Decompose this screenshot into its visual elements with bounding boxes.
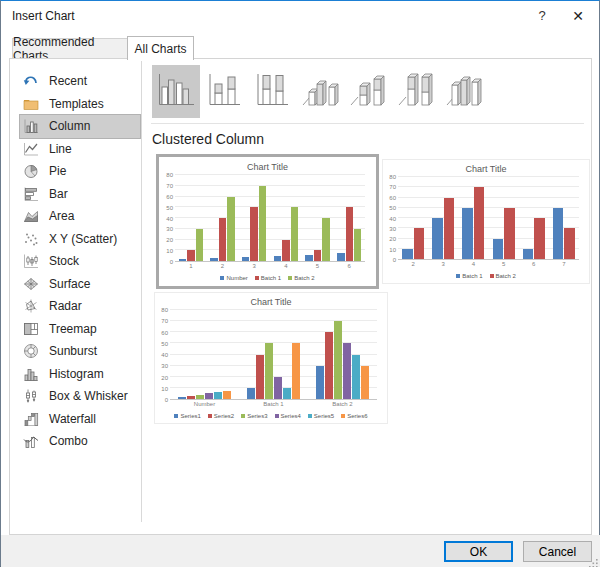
x-tick-label: 7 — [549, 261, 579, 270]
x-tick-label: 4 — [270, 263, 302, 272]
y-tick-label: 60 — [166, 194, 173, 200]
category-group — [333, 175, 365, 261]
sidebar-item-bar[interactable]: Bar — [20, 183, 140, 206]
bar — [354, 229, 361, 261]
subtype-3d-100-stacked-column[interactable] — [392, 65, 440, 118]
100-stacked-column-icon — [252, 72, 292, 111]
subtype-3d-clustered-column[interactable] — [296, 65, 344, 118]
bar — [282, 240, 289, 262]
sidebar-item-surface[interactable]: Surface — [20, 273, 140, 296]
bar — [564, 228, 575, 259]
sidebar-item-templates[interactable]: Templates — [20, 93, 140, 116]
legend-entry: Series2 — [208, 413, 234, 419]
legend-label: Batch 1 — [462, 273, 482, 279]
chart-legend: Series1Series2Series3Series4Series5Serie… — [157, 410, 385, 421]
sidebar-item-waterfall[interactable]: Waterfall — [20, 408, 140, 431]
sidebar-item-label: Pie — [49, 164, 66, 178]
legend-label: Batch 2 — [496, 273, 516, 279]
preview-clustered-column-3[interactable]: Chart Title01020304050607080NumberBatch … — [154, 292, 388, 424]
title-bar: Insert Chart ? ✕ — [1, 1, 599, 31]
sidebar-item-recent[interactable]: Recent — [20, 70, 140, 93]
category-group — [428, 177, 458, 259]
x-axis-labels: NumberBatch 1Batch 2 — [170, 401, 377, 410]
subtype-clustered-column[interactable] — [152, 65, 200, 118]
bar — [205, 393, 213, 399]
y-tick-label: 40 — [389, 216, 396, 222]
mini-chart: Chart Title01020304050607080234567Batch … — [385, 162, 587, 281]
close-button[interactable]: ✕ — [563, 4, 593, 27]
sidebar-item-label: Column — [49, 119, 90, 133]
bar — [187, 396, 195, 399]
x-tick-label: Batch 2 — [308, 401, 377, 410]
sidebar-item-sunburst[interactable]: Sunburst — [20, 340, 140, 363]
subtype-3d-stacked-column[interactable] — [344, 65, 392, 118]
y-tick-label: 10 — [389, 247, 396, 253]
subtype-100-stacked-column[interactable] — [248, 65, 296, 118]
sidebar-item-label: Line — [49, 142, 72, 156]
sidebar-item-stock[interactable]: Stock — [20, 250, 140, 273]
y-tick-label: 40 — [161, 352, 168, 358]
sidebar-item-line[interactable]: Line — [20, 138, 140, 161]
preview-clustered-column-2[interactable]: Chart Title01020304050607080234567Batch … — [382, 159, 590, 284]
category-group — [549, 177, 579, 259]
y-tick-label: 10 — [161, 386, 168, 392]
bar — [219, 218, 226, 261]
bar — [187, 250, 194, 261]
chart-title: Chart Title — [162, 160, 373, 173]
bar — [337, 253, 344, 261]
legend-entry: Batch 1 — [255, 275, 281, 281]
sidebar-item-treemap[interactable]: Treemap — [20, 318, 140, 341]
legend-swatch — [208, 414, 212, 418]
histogram-chart-icon — [23, 366, 39, 382]
x-tick-label: 6 — [519, 261, 549, 270]
help-button[interactable]: ? — [529, 4, 555, 27]
preview-clustered-column-1[interactable]: Chart Title01020304050607080123456Number… — [156, 154, 379, 289]
sidebar-item-label: Bar — [49, 187, 68, 201]
sidebar-item-combo[interactable]: Combo — [20, 430, 140, 453]
y-tick-label: 20 — [166, 237, 173, 243]
surface-chart-icon — [23, 276, 39, 292]
3d-column-icon — [444, 72, 484, 111]
legend-swatch — [241, 414, 245, 418]
x-tick-label: 2 — [207, 263, 239, 272]
chart-title: Chart Title — [385, 162, 587, 175]
y-tick-label: 20 — [161, 375, 168, 381]
bar — [247, 388, 255, 399]
sidebar-item-box-whisker[interactable]: Box & Whisker — [20, 385, 140, 408]
y-tick-label: 30 — [389, 226, 396, 232]
x-tick-label: 2 — [398, 261, 428, 270]
ok-button[interactable]: OK — [444, 541, 513, 562]
mini-chart: Chart Title01020304050607080NumberBatch … — [157, 295, 385, 421]
category-group — [308, 310, 377, 399]
sidebar-item-xy-scatter[interactable]: X Y (Scatter) — [20, 228, 140, 251]
subtype-stacked-column[interactable] — [200, 65, 248, 118]
bar — [274, 256, 281, 261]
sidebar-item-column[interactable]: Column — [20, 115, 140, 138]
sidebar-item-label: Templates — [49, 97, 104, 111]
bar — [291, 207, 298, 261]
chart-legend: Batch 1Batch 2 — [385, 270, 587, 281]
sidebar-item-radar[interactable]: Radar — [20, 295, 140, 318]
y-tick-label: 30 — [161, 363, 168, 369]
resize-grip[interactable] — [588, 555, 599, 566]
legend-swatch — [456, 274, 460, 278]
sidebar-item-pie[interactable]: Pie — [20, 160, 140, 183]
y-tick-label: 60 — [389, 195, 396, 201]
category-group — [170, 310, 239, 399]
sidebar-item-area[interactable]: Area — [20, 205, 140, 228]
legend-swatch — [174, 414, 178, 418]
sidebar-item-histogram[interactable]: Histogram — [20, 363, 140, 386]
x-axis-labels: 234567 — [398, 261, 579, 270]
cancel-button[interactable]: Cancel — [523, 541, 592, 562]
bar — [504, 208, 515, 259]
legend-swatch — [255, 276, 259, 280]
tab-recommended-charts[interactable]: Recommended Charts — [12, 38, 128, 59]
bar — [227, 197, 234, 262]
x-tick-label: 6 — [333, 263, 365, 272]
waterfall-chart-icon — [23, 411, 39, 427]
subtype-3d-column[interactable] — [440, 65, 488, 118]
stock-chart-icon — [23, 253, 39, 269]
tab-all-charts[interactable]: All Charts — [127, 36, 194, 60]
y-tick-label: 40 — [166, 216, 173, 222]
bar — [343, 343, 351, 399]
